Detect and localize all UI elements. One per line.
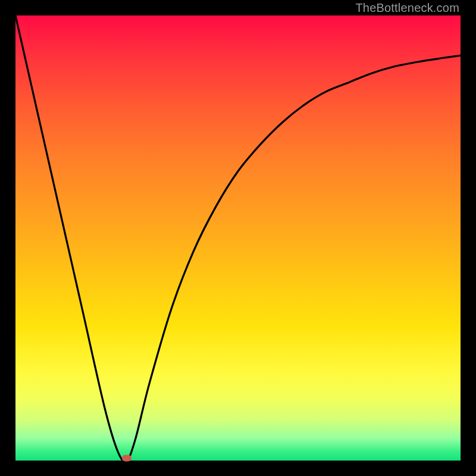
minimum-point-marker [122, 455, 131, 462]
watermark-text: TheBottleneck.com [355, 0, 459, 15]
chart-frame: TheBottleneck.com [0, 0, 476, 476]
bottleneck-curve [15, 15, 461, 461]
plot-area [15, 15, 461, 461]
